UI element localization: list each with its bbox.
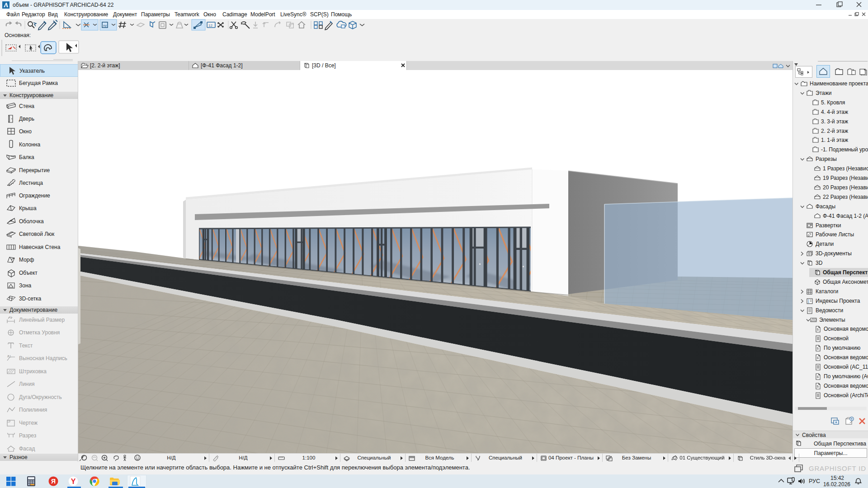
svg-text:xy: xy [103, 23, 107, 28]
svg-text:12: 12 [208, 23, 212, 28]
svg-text:42: 42 [9, 316, 12, 319]
svg-text:Y: Y [71, 478, 76, 485]
svg-text:Я: Я [51, 478, 56, 485]
svg-text:A1: A1 [7, 355, 11, 358]
